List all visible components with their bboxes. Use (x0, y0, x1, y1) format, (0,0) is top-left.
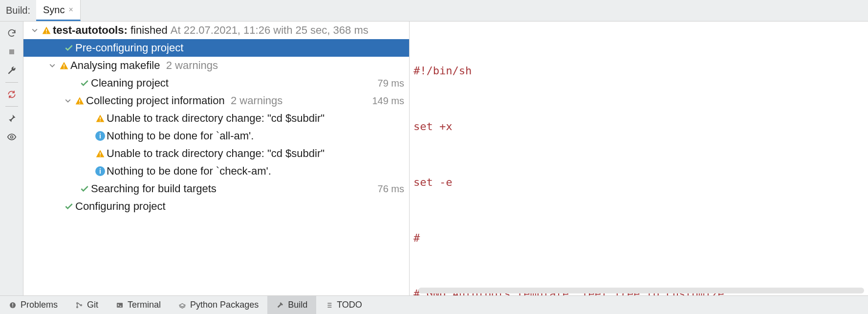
chevron-down-icon[interactable] (47, 63, 58, 68)
statusbar-label: Python Packages (190, 300, 259, 310)
tree-item-label: Nothing to be done for `check-am'. (107, 165, 271, 178)
status-bar: Problems Git Terminal Python Packages Bu… (0, 295, 868, 314)
console-line: set -e (413, 173, 864, 192)
svg-rect-8 (100, 117, 101, 120)
svg-point-15 (77, 302, 78, 304)
tree-preconfiguring[interactable]: Pre-configuring project (23, 39, 409, 57)
check-icon (78, 78, 91, 88)
svg-point-1 (10, 136, 13, 138)
pin-icon[interactable] (3, 110, 21, 127)
tab-sync[interactable]: Sync × (36, 0, 81, 21)
wrench-icon[interactable] (3, 62, 21, 79)
build-output[interactable]: #!/bin/sh set +x set -e # # GNU Autotool… (410, 22, 868, 295)
warning-icon (58, 61, 70, 70)
tree-message[interactable]: Unable to track directory change: "cd $s… (23, 145, 409, 162)
statusbar-problems[interactable]: Problems (0, 296, 66, 314)
build-label: Build: (0, 0, 36, 21)
tree-analysing[interactable]: Analysing makefile 2 warnings (23, 57, 409, 74)
svg-rect-5 (64, 67, 65, 68)
tree-item-label: Configuring project (75, 200, 166, 213)
eye-icon[interactable] (3, 128, 21, 146)
tree-item-duration: 76 ms (378, 183, 404, 195)
chevron-down-icon[interactable] (63, 98, 73, 104)
git-icon (75, 301, 83, 309)
tree-item-warnings: 2 warnings (231, 94, 282, 107)
tree-item-label: Nothing to be done for `all-am'. (107, 130, 254, 142)
tree-root-status: finished (130, 24, 168, 37)
close-icon[interactable]: × (69, 5, 73, 14)
svg-rect-9 (100, 120, 101, 121)
horizontal-scrollbar[interactable] (418, 288, 864, 293)
separator (5, 106, 18, 107)
statusbar-label: Build (288, 300, 307, 310)
tree-item-label: Collecting project information (86, 94, 225, 107)
svg-rect-6 (79, 100, 80, 102)
separator (5, 82, 18, 83)
tree-item-label: Cleaning project (91, 77, 169, 90)
tree-root[interactable]: test-autotools: finished At 22.07.2021, … (23, 22, 409, 39)
refresh-red-icon[interactable] (3, 86, 21, 103)
tree-root-timestamp: At 22.07.2021, 11:26 with (171, 24, 293, 37)
packages-icon (178, 301, 186, 309)
check-icon (63, 202, 75, 211)
svg-point-17 (81, 304, 82, 306)
console-line: #!/bin/sh (413, 62, 864, 80)
console-line: set +x (413, 117, 864, 136)
tree-searching[interactable]: Searching for build targets 76 ms (23, 180, 409, 198)
svg-rect-3 (46, 32, 47, 33)
hammer-icon (276, 301, 284, 309)
tab-label: Sync (43, 4, 65, 16)
statusbar-build[interactable]: Build (267, 296, 316, 314)
tree-configuring[interactable]: Configuring project (23, 198, 409, 215)
tree-root-title: test-autotools: (53, 24, 128, 37)
build-tabs: Build: Sync × (0, 0, 868, 22)
info-icon: i (94, 166, 107, 176)
statusbar-label: Terminal (128, 300, 161, 310)
tree-item-duration: 79 ms (378, 78, 404, 89)
svg-rect-2 (46, 29, 47, 32)
tree-message[interactable]: i Nothing to be done for `check-am'. (23, 162, 409, 180)
warning-icon (40, 25, 53, 35)
svg-rect-7 (79, 103, 80, 104)
tree-item-label: Unable to track directory change: "cd $s… (107, 147, 325, 160)
tree-collecting[interactable]: Collecting project information 2 warning… (23, 92, 409, 110)
svg-rect-4 (64, 65, 65, 67)
statusbar-git[interactable]: Git (66, 296, 107, 314)
list-icon (325, 301, 333, 309)
check-icon (78, 184, 91, 194)
tree-cleaning[interactable]: Cleaning project 79 ms (23, 74, 409, 92)
chevron-down-icon[interactable] (29, 27, 40, 33)
tree-item-label: Analysing makefile (70, 59, 160, 72)
problems-icon (9, 301, 17, 309)
svg-rect-18 (117, 303, 123, 307)
svg-point-16 (77, 306, 78, 308)
statusbar-terminal[interactable]: Terminal (107, 296, 170, 314)
warning-icon (94, 149, 107, 158)
info-icon: i (94, 131, 107, 141)
statusbar-label: TODO (337, 300, 362, 310)
warning-icon (94, 113, 107, 123)
warning-icon (73, 96, 86, 106)
tree-item-label: Unable to track directory change: "cd $s… (107, 112, 325, 125)
tree-root-duration: 25 sec, 368 ms (296, 24, 369, 37)
tree-item-label: Searching for build targets (91, 182, 217, 195)
svg-rect-0 (9, 49, 14, 54)
build-side-toolbar (0, 22, 23, 295)
build-tree[interactable]: test-autotools: finished At 22.07.2021, … (23, 22, 410, 295)
svg-rect-11 (100, 156, 101, 157)
tree-item-duration: 149 ms (372, 95, 404, 107)
tree-message[interactable]: i Nothing to be done for `all-am'. (23, 127, 409, 145)
svg-rect-13 (12, 303, 13, 306)
check-icon (63, 43, 75, 53)
statusbar-python-packages[interactable]: Python Packages (170, 296, 267, 314)
tree-message[interactable]: Unable to track directory change: "cd $s… (23, 110, 409, 127)
statusbar-label: Git (87, 300, 98, 310)
console-line: # (413, 229, 864, 247)
terminal-icon (116, 301, 124, 309)
svg-rect-10 (100, 153, 101, 155)
statusbar-todo[interactable]: TODO (316, 296, 371, 314)
svg-rect-14 (12, 306, 13, 307)
stop-icon[interactable] (3, 43, 21, 61)
statusbar-label: Problems (21, 300, 58, 310)
refresh-icon[interactable] (3, 24, 21, 42)
